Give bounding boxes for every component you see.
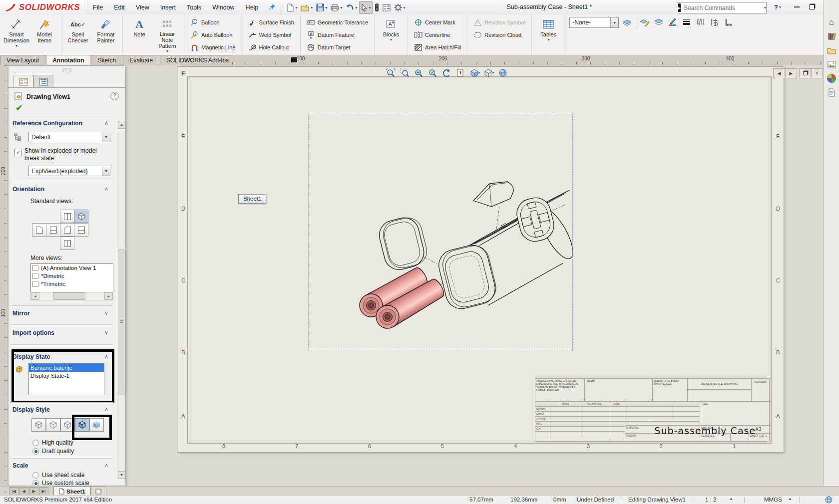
zoom-to-selection-icon[interactable] (426, 67, 439, 78)
file-explorer-icon[interactable] (826, 45, 837, 56)
design-library-icon[interactable] (826, 31, 837, 42)
drawing-view-selection[interactable] (308, 114, 573, 350)
menu-file[interactable]: File (87, 1, 108, 14)
magnetic-line-button[interactable]: Magnetic Line (188, 42, 238, 53)
custom-properties-icon[interactable] (826, 87, 837, 98)
units-dropdown-icon[interactable]: ▲ (788, 497, 792, 501)
first-sheet-button[interactable]: |◀ (9, 487, 18, 496)
surface-finish-button[interactable]: Surface Finish (246, 17, 297, 28)
more-views-item[interactable]: (A) Annotation View 1 (31, 264, 113, 272)
hole-callout-button[interactable]: Hole Callout (246, 42, 297, 53)
display-state-item[interactable]: Display State-1 (29, 372, 104, 380)
tab-evaluate[interactable]: Evaluate (123, 55, 159, 65)
next-sheet-icon[interactable]: ▶ (785, 68, 797, 78)
view-orientation-cube-icon[interactable]: ▾ (468, 67, 481, 78)
zoom-to-fit-icon[interactable] (385, 67, 397, 78)
view-top-button[interactable] (74, 223, 88, 237)
more-views-item[interactable]: *Dimetric (31, 272, 113, 280)
linear-note-pattern-button[interactable]: AAAAAA Linear Note Pattern ▾ (153, 16, 181, 54)
menu-view[interactable]: View (130, 1, 155, 14)
expand-chevron-icon[interactable]: ∨ (104, 310, 108, 316)
tab-view-layout[interactable]: View Layout (0, 55, 45, 65)
doc-restore-icon[interactable] (799, 68, 811, 78)
section-reference-configuration[interactable]: Reference Configuration (12, 120, 82, 127)
display-style-icon[interactable]: ▾ (482, 67, 495, 78)
auto-balloon-button[interactable]: 1 Auto Balloon (188, 29, 238, 40)
hidden-lines-visible-button[interactable] (46, 418, 60, 432)
search-input[interactable] (683, 4, 762, 12)
tab-sketch[interactable]: Sketch (91, 55, 122, 65)
exploded-state-checkbox[interactable]: ✓ (14, 149, 22, 156)
centerline-button[interactable]: Centerline (412, 29, 463, 40)
search-dropdown-icon[interactable]: ▾ (764, 5, 766, 10)
interference-light-icon[interactable] (373, 1, 381, 13)
graphics-area[interactable]: 200 100 F E D C B A F E D C B A 8 7 6 5 … (0, 65, 839, 486)
datum-target-button[interactable]: A1 Datum Target (304, 42, 371, 53)
options-gear-button[interactable]: ▾ (393, 1, 407, 13)
more-views-scrollbar[interactable]: ◂▸ (30, 292, 113, 300)
view-settings-icon[interactable] (496, 67, 509, 78)
appearances-scenes-icon[interactable] (826, 73, 837, 84)
tab-addins[interactable]: SOLIDWORKS Add-Ins (160, 55, 235, 65)
view-left-button[interactable] (32, 223, 46, 237)
collapse-chevron-icon[interactable]: ∧ (104, 186, 108, 192)
ok-check-icon[interactable]: ✔ (15, 103, 22, 113)
menu-window[interactable]: Window (207, 1, 240, 14)
model-items-button[interactable]: Model Items (30, 16, 58, 54)
undo-button[interactable]: ▾ (344, 1, 359, 13)
smart-dimension-button[interactable]: Smart Dimension ▾ (2, 16, 30, 54)
tag-globe-icon[interactable] (825, 496, 833, 504)
expand-chevron-icon[interactable]: ∨ (104, 329, 108, 336)
color-display-mode-icon[interactable] (723, 17, 734, 27)
blocks-button[interactable]: A Blocks ▾ (377, 16, 405, 54)
view-palette-icon[interactable] (826, 59, 837, 70)
hide-show-edges-icon[interactable] (709, 17, 720, 27)
view-front-button[interactable] (60, 210, 74, 223)
select-tool-button[interactable]: ▾ (359, 1, 373, 14)
menu-help[interactable]: Help (240, 1, 264, 14)
center-mark-button[interactable]: Center Mark (412, 17, 463, 28)
geometric-tolerance-button[interactable]: 0.1 Geometric Tolerance (304, 17, 371, 28)
spell-checker-button[interactable]: Abc✓ Spell Checker (64, 16, 92, 54)
more-views-item[interactable]: *Trimetric (31, 280, 113, 288)
scale-dropdown-icon[interactable]: ▲ (729, 497, 733, 501)
doc-close-icon[interactable]: × (811, 68, 823, 78)
new-document-button[interactable]: ▾ (285, 1, 299, 13)
line-style-icon[interactable] (695, 17, 706, 27)
view-checkbox[interactable] (32, 273, 38, 279)
save-button[interactable]: ▾ (315, 1, 329, 13)
zoom-in-out-icon[interactable] (413, 67, 425, 78)
area-hatch-button[interactable]: Area Hatch/Fill (412, 42, 463, 53)
exploded-view-dropdown[interactable]: ExplView1(exploded) ▼ (28, 166, 110, 176)
line-thickness-icon[interactable] (681, 17, 692, 27)
view-bottom-button[interactable] (60, 237, 74, 250)
section-mirror[interactable]: Mirror (12, 310, 30, 317)
menu-tools[interactable]: Tools (181, 1, 207, 14)
property-manager-tab[interactable] (13, 75, 33, 88)
restore-button[interactable] (806, 2, 818, 12)
shaded-with-edges-button[interactable] (75, 418, 89, 432)
panel-help-icon[interactable]: ? (110, 92, 119, 100)
layer-edit-icon[interactable] (639, 17, 650, 27)
layer-properties-icon[interactable] (622, 17, 633, 27)
add-sheet-tab[interactable] (91, 487, 106, 496)
note-button[interactable]: A Note (125, 16, 153, 54)
splitter-handle[interactable]: ⊸ (0, 488, 9, 496)
layers-icon[interactable] (653, 17, 664, 27)
open-document-button[interactable]: ▾ (299, 1, 314, 13)
collapse-chevron-icon[interactable]: ∧ (104, 462, 108, 469)
panel-scrollbar-thumb[interactable] (118, 250, 125, 395)
tab-annotation[interactable]: Annotation (46, 55, 90, 65)
prev-sheet-button[interactable]: ◀ (19, 487, 28, 496)
view-right-button[interactable] (60, 223, 74, 237)
sheet1-tab[interactable]: Sheet1 (53, 487, 91, 496)
sheet-scale-radio[interactable] (32, 472, 39, 479)
tables-button[interactable]: Tables ▾ (534, 16, 562, 54)
menu-edit[interactable]: Edit (108, 1, 130, 14)
shaded-button[interactable] (89, 418, 104, 432)
help-button[interactable]: ?▾ (772, 2, 784, 12)
section-display-state[interactable]: Display State (12, 353, 50, 360)
properties-button[interactable] (381, 1, 392, 13)
last-sheet-button[interactable]: ▶| (39, 487, 48, 496)
search-icon[interactable] (762, 4, 763, 11)
